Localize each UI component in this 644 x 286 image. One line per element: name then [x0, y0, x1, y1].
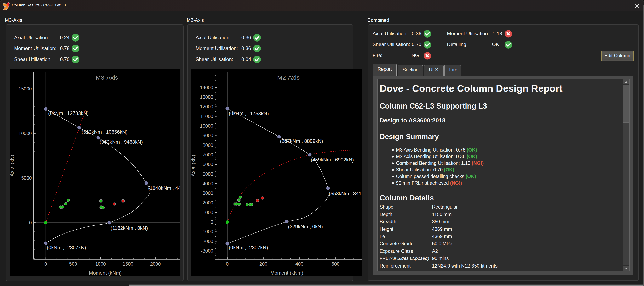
svg-text:8000: 8000 [203, 142, 213, 148]
svg-text:7000: 7000 [203, 152, 213, 158]
svg-text:200: 200 [260, 261, 267, 267]
svg-text:(287kNm , 8809kN): (287kNm , 8809kN) [280, 138, 323, 144]
svg-text:15000: 15000 [19, 86, 32, 91]
svg-text:2000: 2000 [203, 200, 213, 205]
svg-text:M3-Axis: M3-Axis [96, 74, 118, 81]
svg-text:0: 0 [210, 219, 213, 225]
svg-text:12000: 12000 [200, 104, 213, 109]
svg-text:9000: 9000 [203, 133, 213, 138]
svg-text:(962kNm , 9468kN): (962kNm , 9468kN) [100, 139, 143, 145]
svg-text:Axial (kN): Axial (kN) [191, 155, 196, 176]
svg-text:Axial (kN): Axial (kN) [10, 155, 15, 176]
svg-text:(0kNm , -2307kN): (0kNm , -2307kN) [229, 245, 268, 250]
svg-text:1000: 1000 [95, 261, 106, 267]
svg-text:11000: 11000 [200, 114, 213, 119]
svg-text:10000: 10000 [200, 123, 213, 129]
svg-text:(612kNm , 10656kN): (612kNm , 10656kN) [82, 129, 128, 135]
svg-text:(0kNm , 12733kN): (0kNm , 12733kN) [48, 110, 89, 116]
svg-text:14000: 14000 [200, 85, 213, 90]
svg-text:4000: 4000 [203, 181, 213, 186]
svg-text:1500: 1500 [123, 261, 133, 267]
svg-text:-3000: -3000 [201, 248, 213, 254]
svg-text:1000: 1000 [203, 210, 213, 215]
svg-text:0: 0 [44, 261, 47, 267]
svg-text:5000: 5000 [21, 175, 32, 181]
svg-text:600: 600 [332, 261, 340, 267]
svg-text:(558kNm , 341: (558kNm , 341 [329, 191, 361, 196]
svg-text:5000: 5000 [203, 172, 213, 177]
svg-text:(0kNm , -2307kN): (0kNm , -2307kN) [47, 245, 86, 250]
svg-text:Moment (kNm): Moment (kNm) [270, 270, 303, 276]
svg-text:0: 0 [226, 261, 229, 267]
svg-text:3000: 3000 [203, 191, 213, 196]
svg-text:(1848kNm , 44: (1848kNm , 44 [148, 185, 180, 191]
svg-text:400: 400 [296, 261, 303, 267]
svg-text:500: 500 [69, 261, 77, 267]
svg-text:(0kNm , 11753kN): (0kNm , 11753kN) [229, 111, 269, 116]
svg-text:(459kNm , 6902kN): (459kNm , 6902kN) [311, 157, 354, 163]
svg-text:(329kNm , 0kN): (329kNm , 0kN) [288, 224, 323, 229]
svg-text:-1000: -1000 [201, 229, 213, 234]
svg-text:-2000: -2000 [201, 239, 213, 244]
svg-text:0: 0 [29, 220, 32, 225]
svg-text:10000: 10000 [19, 131, 32, 136]
svg-text:M2-Axis: M2-Axis [277, 74, 300, 81]
svg-text:6000: 6000 [203, 162, 213, 167]
svg-text:Moment (kNm): Moment (kNm) [89, 270, 122, 276]
svg-text:13000: 13000 [200, 94, 213, 100]
svg-text:(1162kNm , 0kN): (1162kNm , 0kN) [111, 225, 148, 231]
svg-text:2000: 2000 [150, 261, 161, 267]
